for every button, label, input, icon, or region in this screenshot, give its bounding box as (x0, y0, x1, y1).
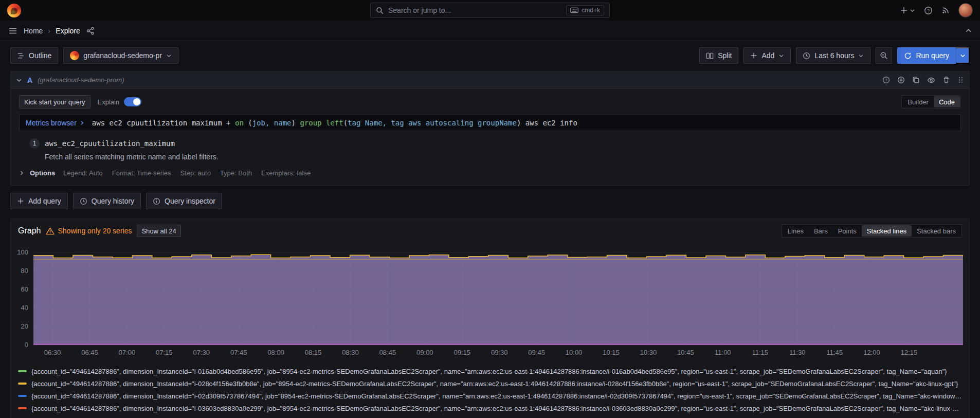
chart-plot[interactable] (33, 252, 963, 346)
query-token: aws_ec2_cpuutilization_maximum + (92, 119, 235, 127)
query-row-header[interactable]: A (grafanacloud-sedemo-prom) ? (11, 71, 969, 89)
history-icon (80, 197, 87, 205)
split-icon (706, 52, 714, 60)
display-mode-stacked-bars[interactable]: Stacked bars (912, 225, 961, 237)
user-avatar[interactable] (958, 3, 973, 17)
warning-icon (46, 227, 55, 235)
query-token: ) (292, 119, 300, 127)
query-history-button[interactable]: Query history (73, 193, 141, 209)
legend-item[interactable]: {account_id="494614287886", dimension_In… (18, 390, 962, 402)
query-editor-panel: A (grafanacloud-sedemo-prom) ? (10, 71, 970, 186)
query-ref-id[interactable]: A (27, 76, 32, 84)
chevron-down-icon (778, 53, 784, 59)
display-mode-bars[interactable]: Bars (809, 225, 833, 237)
display-mode-points[interactable]: Points (833, 225, 862, 237)
x-tick-label: 07:15 (156, 349, 173, 356)
breadcrumb-explore[interactable]: Explore (56, 27, 80, 35)
new-menu-button[interactable] (900, 6, 915, 14)
chevron-down-icon (910, 8, 915, 13)
query-code-editor[interactable]: Metrics browser aws_ec2_cpuutilization_m… (19, 115, 961, 131)
add-query-button[interactable]: Add query (10, 193, 68, 209)
zoom-out-icon (880, 51, 888, 60)
run-query-label: Run query (916, 51, 949, 60)
delete-query-icon[interactable] (942, 76, 950, 84)
query-expression[interactable]: aws_ec2_cpuutilization_maximum + on (job… (92, 119, 577, 127)
time-range-picker[interactable]: Last 6 hours (796, 47, 870, 64)
chevron-down-icon[interactable] (16, 77, 22, 83)
y-axis: 020406080100 (16, 252, 31, 346)
query-option-summary-item: Format: Time series (112, 169, 171, 177)
breadcrumb-home[interactable]: Home (24, 27, 43, 35)
x-tick-label: 09:00 (416, 349, 433, 356)
svg-text:?: ? (927, 8, 930, 13)
search-input[interactable]: Search or jump to... cmd+k (370, 3, 610, 18)
legend-series-color (18, 383, 27, 385)
disable-query-icon[interactable] (897, 76, 905, 84)
query-option-summary-item: Step: auto (180, 169, 211, 177)
x-tick-label: 11:30 (789, 349, 806, 356)
zoom-out-button[interactable] (876, 47, 892, 64)
query-option-summary-item: Legend: Auto (63, 169, 103, 177)
x-tick-label: 08:45 (379, 349, 396, 356)
grafana-logo-icon[interactable] (7, 4, 21, 17)
explain-toggle[interactable] (124, 97, 141, 106)
query-options-toggle[interactable]: Options Legend: AutoFormat: Time seriesS… (19, 169, 961, 177)
search-placeholder: Search or jump to... (388, 6, 561, 14)
outline-button[interactable]: Outline (10, 47, 58, 64)
news-rss-icon[interactable] (941, 6, 950, 14)
hide-response-eye-icon[interactable] (927, 76, 935, 84)
explain-label: Explain (98, 98, 120, 106)
graph-title: Graph (18, 226, 41, 235)
display-mode-lines[interactable]: Lines (783, 225, 809, 237)
query-datasource-hint: (grafanacloud-sedemo-prom) (38, 76, 124, 84)
editor-mode-code[interactable]: Code (934, 96, 960, 107)
y-tick-label: 60 (21, 285, 28, 294)
drag-handle-icon[interactable] (957, 77, 964, 83)
x-tick-label: 09:45 (528, 349, 545, 356)
options-label: Options (30, 169, 55, 177)
menu-icon[interactable] (8, 26, 17, 35)
query-help-icon[interactable]: ? (882, 76, 890, 84)
plus-icon (17, 197, 24, 205)
display-mode-group: LinesBarsPointsStacked linesStacked bars (782, 224, 962, 238)
split-button[interactable]: Split (699, 47, 738, 64)
split-label: Split (718, 51, 732, 60)
share-icon[interactable] (86, 27, 95, 35)
legend-series-color (18, 395, 27, 397)
help-icon[interactable]: ? (924, 6, 933, 15)
chevron-down-icon (166, 53, 172, 59)
shortcut-badge: cmd+k (566, 5, 604, 15)
chevron-right-icon (19, 170, 25, 176)
x-tick-label: 09:30 (491, 349, 508, 356)
outline-label: Outline (29, 51, 51, 60)
kick-start-query-button[interactable]: Kick start your query (19, 95, 90, 108)
metrics-browser-button[interactable]: Metrics browser (26, 119, 85, 127)
time-range-label: Last 6 hours (814, 51, 854, 60)
legend-series-label: {account_id="494614287886", dimension_In… (31, 368, 947, 375)
show-all-series-button[interactable]: Show all 24 (137, 225, 180, 237)
editor-mode-builder[interactable]: Builder (902, 96, 933, 107)
chevron-down-icon (960, 53, 966, 59)
collapse-topbar-icon[interactable] (965, 27, 972, 34)
datasource-picker[interactable]: grafanacloud-sedemo-pr (63, 47, 178, 64)
legend-item[interactable]: {account_id="494614287886", dimension_In… (18, 402, 962, 414)
keyboard-icon (570, 7, 578, 13)
outline-icon (17, 52, 25, 60)
run-query-button[interactable]: Run query (897, 47, 956, 64)
copy-query-icon[interactable] (912, 76, 920, 84)
query-token: job, name (252, 119, 292, 127)
add-dropdown-button[interactable]: Add (743, 47, 791, 64)
display-mode-stacked-lines[interactable]: Stacked lines (862, 225, 912, 237)
run-query-interval-caret[interactable] (956, 47, 970, 64)
editor-mode-group: BuilderCode (901, 95, 961, 108)
legend-item[interactable]: {account_id="494614287886", dimension_In… (18, 377, 962, 390)
time-series-chart[interactable]: 020406080100 06:3006:4507:0007:1507:3007… (16, 252, 964, 359)
x-tick-label: 08:15 (305, 349, 322, 356)
chevron-right-icon (80, 120, 85, 125)
query-token: ( (248, 119, 252, 127)
legend-series-label: {account_id="494614287886", dimension_In… (31, 380, 958, 388)
query-inspector-button[interactable]: Query inspector (146, 193, 222, 209)
legend-item[interactable]: {account_id="494614287886", dimension_In… (18, 365, 962, 377)
series-limit-warning[interactable]: Showing only 20 series (46, 227, 132, 235)
x-tick-label: 09:15 (454, 349, 471, 356)
